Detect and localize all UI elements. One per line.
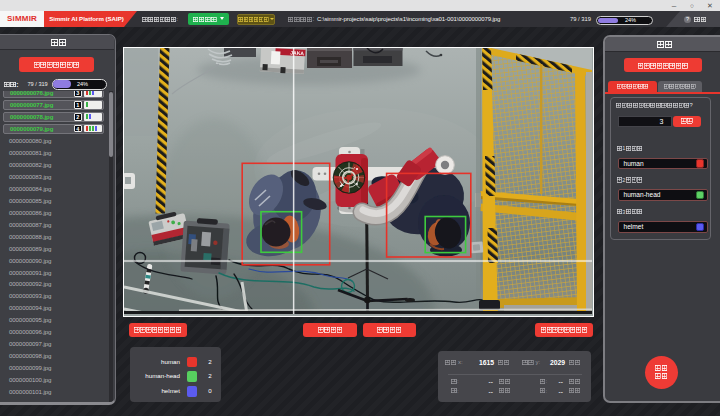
svg-text:JAKA: JAKA bbox=[290, 50, 304, 57]
